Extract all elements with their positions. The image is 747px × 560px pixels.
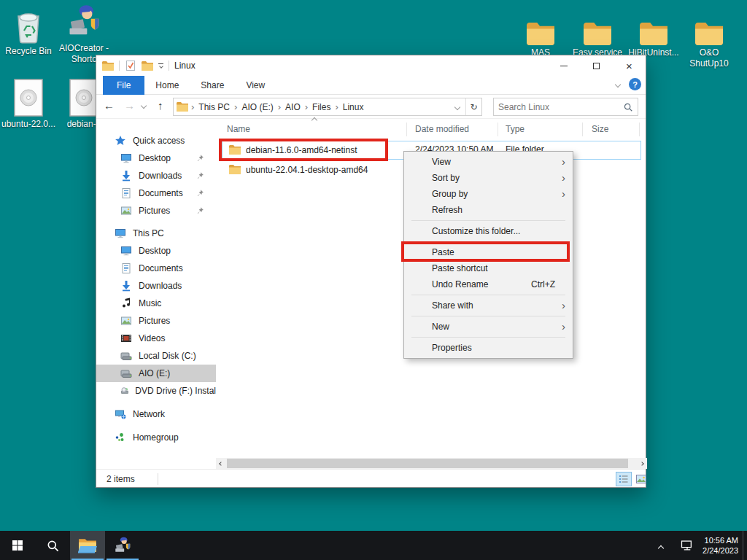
thumbnails-view-icon [635, 473, 647, 485]
tab-share[interactable]: Share [190, 76, 235, 95]
picture-icon [120, 315, 132, 327]
search-box[interactable] [493, 98, 638, 116]
column-header-name[interactable]: Name [227, 124, 250, 134]
menu-item-customize-this-folder[interactable]: Customize this folder... [404, 223, 573, 239]
address-dropdown-icon[interactable] [449, 98, 465, 115]
menu-item-view[interactable]: View › [404, 154, 573, 170]
menu-item-share-with[interactable]: Share with › [404, 298, 573, 314]
sidebar-this-pc[interactable]: This PC [96, 225, 216, 242]
breadcrumb-drive[interactable]: AIO (E:) [240, 102, 274, 112]
menu-item-sort-by[interactable]: Sort by › [404, 170, 573, 186]
sidebar-item-documents[interactable]: Documents [96, 184, 216, 202]
desktop-icon-recycle-bin[interactable]: Recycle Bin [0, 4, 60, 57]
start-button[interactable] [0, 531, 35, 560]
details-view-button[interactable] [616, 472, 632, 486]
sidebar-quick-access[interactable]: Quick access [96, 132, 216, 149]
desktop-icon-ubuntu-iso[interactable]: ubuntu-22.0... [0, 77, 60, 130]
scrollbar-thumb[interactable] [227, 459, 628, 468]
menu-item-properties[interactable]: Properties [404, 340, 573, 356]
menu-item-group-by[interactable]: Group by › [404, 186, 573, 202]
refresh-icon[interactable]: ↻ [465, 98, 481, 115]
new-folder-quick-icon[interactable] [142, 61, 153, 71]
tab-home[interactable]: Home [144, 76, 190, 95]
sidebar-item-pc-pictures[interactable]: Pictures [96, 312, 216, 330]
sidebar-item-downloads[interactable]: Downloads [96, 167, 216, 184]
desktop-icon-label: ShutUp10 [678, 58, 740, 69]
forward-button[interactable]: → [124, 99, 135, 112]
sidebar-item-pc-videos[interactable]: Videos [96, 330, 216, 347]
thumbnails-view-button[interactable] [633, 472, 649, 486]
breadcrumb-aio[interactable]: AIO [284, 102, 302, 112]
menu-item-paste-shortcut[interactable]: Paste shortcut [404, 260, 573, 276]
column-divider[interactable] [406, 122, 407, 136]
sidebar-item-aio-drive[interactable]: AIO (E:) [96, 365, 216, 382]
column-divider[interactable] [582, 122, 583, 136]
desktop-icon-label: ubuntu-22.0... [0, 119, 60, 130]
breadcrumb-this-pc[interactable]: This PC [197, 102, 231, 112]
divider [169, 61, 169, 71]
quick-access-icon [115, 135, 126, 147]
taskbar-file-explorer[interactable] [70, 531, 105, 560]
taskbar-search-button[interactable] [35, 531, 70, 560]
aiocreator-icon [65, 3, 103, 41]
menu-item-undo-rename[interactable]: Undo Rename Ctrl+Z [404, 276, 573, 292]
recent-locations-icon[interactable] [141, 103, 147, 109]
desktop-icon-label: O&O [678, 47, 740, 58]
scroll-left-icon[interactable] [216, 458, 226, 469]
network-tray-icon[interactable] [680, 540, 694, 551]
address-folder-icon [177, 102, 188, 112]
taskbar-clock[interactable]: 10:56 AM 2/24/2023 [703, 535, 738, 556]
sidebar-item-local-disk-c[interactable]: Local Disk (C:) [96, 347, 216, 365]
desktop-icon-label: AIOCreator - [53, 43, 115, 54]
desktop-icon-oo-shutup10[interactable]: O&O ShutUp10 [678, 6, 740, 69]
up-button[interactable]: ↑ [158, 99, 163, 112]
annotation-box-paste [401, 241, 570, 262]
sidebar-network[interactable]: Network [96, 405, 216, 423]
column-header-date-modified[interactable]: Date modified [415, 124, 469, 134]
help-icon[interactable]: ? [629, 78, 641, 90]
sidebar-item-pictures[interactable]: Pictures [96, 202, 216, 219]
back-button[interactable]: ← [104, 99, 115, 112]
menu-item-refresh[interactable]: Refresh [404, 202, 573, 218]
desktop-icon-mas[interactable]: MAS [509, 6, 572, 58]
sidebar-item-pc-desktop[interactable]: Desktop [96, 242, 216, 260]
column-divider[interactable] [498, 122, 498, 136]
column-header-size[interactable]: Size [592, 124, 608, 134]
close-button[interactable]: × [613, 55, 646, 76]
file-row-ubuntu[interactable]: ubuntu-22.04.1-desktop-amd64 [229, 161, 368, 178]
menu-item-new[interactable]: New › [404, 319, 573, 335]
title-bar[interactable]: Linux × [96, 55, 646, 76]
customize-qat-icon[interactable] [158, 63, 163, 68]
sidebar-homegroup[interactable]: Homegroup [96, 429, 216, 446]
tab-file[interactable]: File [103, 76, 144, 95]
submenu-arrow-icon: › [562, 154, 565, 170]
show-desktop-button[interactable] [743, 531, 743, 560]
properties-quick-icon[interactable] [125, 60, 136, 71]
sidebar-item-dvd-drive[interactable]: DVD Drive (F:) Instal [96, 382, 216, 400]
column-header-type[interactable]: Type [506, 124, 525, 134]
expand-ribbon-icon[interactable] [615, 81, 621, 87]
tray-show-hidden-icons[interactable] [659, 542, 663, 553]
address-bar[interactable]: › This PC › AIO (E:) › AIO › Files › Lin… [173, 98, 482, 116]
sidebar-item-desktop[interactable]: Desktop [96, 149, 216, 167]
monitor-icon [120, 152, 132, 164]
maximize-button[interactable] [580, 55, 613, 76]
breadcrumb-files[interactable]: Files [311, 102, 332, 112]
column-divider[interactable] [639, 122, 640, 136]
search-icon[interactable] [623, 102, 633, 112]
search-input[interactable] [498, 102, 623, 112]
scroll-right-icon[interactable] [637, 458, 647, 469]
breadcrumb-linux[interactable]: Linux [341, 102, 365, 112]
desktop-icon-hibituninstaller[interactable]: HiBitUninst... [622, 6, 685, 58]
maximize-icon [593, 63, 600, 69]
horizontal-scrollbar[interactable] [216, 458, 647, 469]
minimize-button[interactable] [547, 55, 580, 76]
this-pc-icon [115, 228, 126, 239]
desktop-icon-label: Recycle Bin [0, 46, 60, 57]
desktop-icon-easy-service[interactable]: Easy service [566, 6, 629, 58]
sidebar-item-pc-downloads[interactable]: Downloads [96, 277, 216, 295]
sidebar-item-pc-music[interactable]: Music [96, 295, 216, 312]
taskbar-aiocreator[interactable] [105, 531, 140, 560]
tab-view[interactable]: View [235, 76, 276, 95]
sidebar-item-pc-documents[interactable]: Documents [96, 260, 216, 277]
